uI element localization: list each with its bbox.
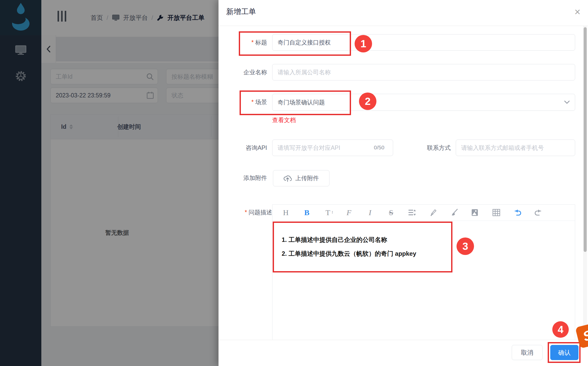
- image-icon[interactable]: [471, 207, 479, 218]
- heading-icon[interactable]: H: [282, 207, 290, 218]
- scene-field-label: * 场景: [226, 94, 267, 110]
- company-field-label: 企业名称: [226, 64, 267, 80]
- redo-icon[interactable]: [534, 207, 543, 218]
- app-root: 首页 / 开放平台 / 开放平台工单: [0, 0, 588, 366]
- upload-attachment-button[interactable]: 上传附件: [273, 170, 329, 186]
- brush-icon[interactable]: [450, 207, 458, 218]
- editor-line: 2. 工单描述中提供九数云（帆软）的奇门 appkey: [282, 247, 416, 261]
- modal-scrollbar-thumb[interactable]: [584, 27, 587, 252]
- modal-title: 新增工单: [226, 7, 256, 17]
- company-input[interactable]: [272, 64, 575, 80]
- attachment-field-label: 添加附件: [226, 170, 267, 186]
- undo-icon[interactable]: [513, 207, 521, 218]
- bold-icon[interactable]: B: [303, 207, 311, 218]
- modal-header-divider: [219, 26, 588, 26]
- required-asterisk: *: [251, 99, 254, 106]
- modal-footer-divider: [219, 340, 588, 340]
- description-field-label: * 问题描述: [226, 204, 272, 220]
- text-size-icon[interactable]: T↕: [324, 207, 332, 218]
- title-input[interactable]: [272, 34, 575, 51]
- required-asterisk: *: [251, 39, 254, 46]
- scene-select[interactable]: 奇门场景确认问题: [272, 94, 575, 111]
- strikethrough-icon[interactable]: S: [387, 207, 395, 218]
- pen-icon[interactable]: [429, 207, 437, 218]
- title-field-label: * 标题: [226, 34, 267, 51]
- font-style-icon[interactable]: F: [345, 207, 353, 218]
- new-workorder-modal: 新增工单 × * 标题 企业名称 * 场景 奇门场景确认问题 查看文档 咨询AP…: [219, 0, 588, 366]
- rich-text-editor[interactable]: H B T↕ F I S: [272, 204, 575, 340]
- cloud-upload-icon: [283, 175, 292, 182]
- editor-line: 1. 工单描述中提供自己企业的公司名称: [282, 233, 416, 247]
- contact-field-label: 联系方式: [410, 140, 451, 156]
- editor-toolbar: H B T↕ F I S: [272, 205, 575, 221]
- cancel-button[interactable]: 取消: [512, 345, 543, 360]
- chevron-down-icon: [564, 100, 570, 104]
- watermark-logo: S: [575, 323, 588, 349]
- contact-input[interactable]: [456, 140, 575, 156]
- confirm-button[interactable]: 确认: [550, 345, 578, 360]
- view-doc-link[interactable]: 查看文档: [272, 116, 296, 124]
- line-height-icon[interactable]: [408, 207, 416, 218]
- api-field-label: 咨询API: [226, 140, 267, 156]
- table-icon[interactable]: [492, 207, 500, 218]
- api-char-counter: 0/50: [374, 144, 384, 151]
- italic-icon[interactable]: I: [366, 207, 374, 218]
- editor-content[interactable]: 1. 工单描述中提供自己企业的公司名称 2. 工单描述中提供九数云（帆软）的奇门…: [282, 233, 416, 261]
- required-asterisk: *: [245, 209, 247, 216]
- scene-select-value: 奇门场景确认问题: [278, 98, 325, 106]
- close-icon[interactable]: ×: [571, 6, 584, 18]
